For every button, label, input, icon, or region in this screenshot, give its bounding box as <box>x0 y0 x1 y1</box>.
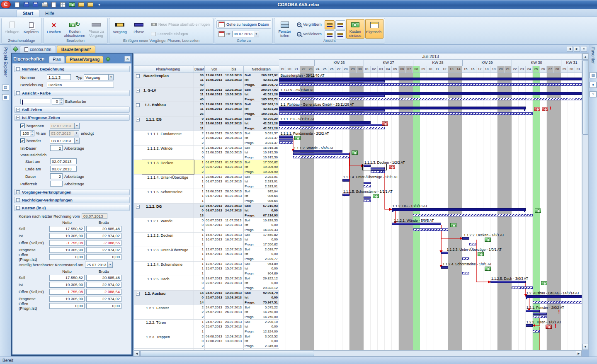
column-header-phase[interactable]: Phase/Vorgang <box>142 66 194 73</box>
prognose-bar[interactable] <box>512 286 533 289</box>
ribbon-tab-start[interactable]: Start <box>17 10 39 17</box>
zoom-out-button[interactable]: − Verkleinern <box>295 30 324 38</box>
beendet-date-select[interactable]: 03.07.2013 ▼ <box>50 138 80 144</box>
ende-am-field[interactable]: 03.07.2013 <box>50 166 77 172</box>
collapse-toggle[interactable]: − <box>136 118 140 121</box>
ist-bar[interactable] <box>279 80 385 83</box>
prognose-bar[interactable] <box>533 315 547 318</box>
close-panel-button[interactable]: ✕ <box>124 56 131 62</box>
vertical-scrollbar[interactable]: ▲ ▼ <box>582 53 589 350</box>
prognose-bar[interactable] <box>279 141 293 144</box>
ist-bar[interactable] <box>533 313 547 315</box>
table-row[interactable]: −1. G-LV39114019.06.201319.06.201312.08.… <box>134 87 279 102</box>
insert-vorgang-button[interactable]: Vorgang <box>111 19 129 39</box>
collapse-icon[interactable]: − <box>16 116 20 119</box>
table-row[interactable]: 1.1.2.3. Unter-/Überzüge11112.07.201315.… <box>134 247 279 262</box>
begonnen-date-select[interactable]: 02.07.2013 ▼ <box>50 123 80 129</box>
table-row[interactable]: −1.1.2. DG1301305.07.201308.07.201323.07… <box>134 204 279 218</box>
scroll-right-icon[interactable]: ▶ <box>576 351 582 356</box>
scroll-left-icon[interactable]: ◀ <box>134 351 140 356</box>
scroll-tabs-right-button[interactable]: ▶ <box>574 46 580 52</box>
notes-icon[interactable]: ▤ <box>590 72 597 78</box>
close-document-button[interactable]: ✕ <box>581 46 587 52</box>
prognose-bar[interactable] <box>462 257 469 260</box>
qat-save-button[interactable] <box>22 1 30 8</box>
prognose-bar[interactable] <box>533 301 582 303</box>
costs-toggle-button[interactable]: Kosten ein/aus <box>346 19 364 39</box>
table-row[interactable]: 1.1.2.4. Schornsteine11112.07.201315.07.… <box>134 262 279 276</box>
goto-date-select[interactable]: 08.07.2013 ▼ <box>232 31 259 37</box>
vertical-scrollbar-thumb[interactable] <box>582 60 588 135</box>
typ-select[interactable]: Vorgang ▼ <box>84 74 114 80</box>
goto-today-button[interactable]: Gehe zu heutigem Datum <box>216 20 271 29</box>
collapse-toggle[interactable]: − <box>136 89 140 92</box>
scroll-up-icon[interactable]: ▲ <box>582 53 588 60</box>
soll-bar[interactable] <box>392 208 526 211</box>
bookmark-icon[interactable]: ⬧ <box>590 82 597 88</box>
expand-icon[interactable]: + <box>16 190 20 194</box>
insert-phase-button[interactable]: Phase <box>130 19 148 39</box>
collapse-icon[interactable]: − <box>16 91 20 95</box>
copy-button[interactable]: Kopieren <box>22 19 40 39</box>
soll-bar[interactable] <box>279 92 582 95</box>
expand-icon[interactable]: + <box>16 198 20 202</box>
horizontal-scrollbar-thumb[interactable] <box>140 351 314 356</box>
qat-save-all-button[interactable] <box>32 1 39 8</box>
explorer-icon[interactable]: ▤ <box>2 85 9 91</box>
tab-cosoba-htm[interactable]: cosoba.htm <box>20 46 56 53</box>
prozent-date-select[interactable]: 03.07.2013 ▼ <box>49 130 79 136</box>
prognose-bar[interactable] <box>279 112 533 115</box>
table-row[interactable]: 1.1.1.1. Fundamente22219.06.201319.06.20… <box>134 131 279 146</box>
spin-down-icon[interactable]: ▼ <box>30 133 34 136</box>
dock-tab-projekt-explorer[interactable]: Projekt-Explorer <box>3 47 8 77</box>
begonnen-checkbox[interactable]: ✔ <box>20 124 25 128</box>
soll-bar[interactable] <box>279 121 371 124</box>
prognose-bar[interactable] <box>279 127 385 129</box>
table-row[interactable]: 1.1.1.4. Unter-/Überzüge11128.06.201301.… <box>134 175 279 189</box>
prognose-bar[interactable] <box>413 228 448 231</box>
anteilig-date-select[interactable]: 25.07.2013 ▼ <box>85 262 113 268</box>
pufferzeit-field[interactable] <box>50 181 63 187</box>
help-icon[interactable]: ? <box>590 91 597 97</box>
update-costs-button[interactable]: ↻ Kosten aktualisieren <box>64 19 85 39</box>
ist-bar[interactable] <box>364 197 371 199</box>
table-row[interactable]: −Bauzeitenplan39114019.06.201319.06.2013… <box>134 73 279 87</box>
dauer-field[interactable]: 2 <box>50 173 63 179</box>
collapse-icon[interactable]: − <box>16 206 20 210</box>
prognose-bar[interactable] <box>469 243 476 245</box>
column-header-bis[interactable]: bis <box>224 66 244 73</box>
prognose-bar[interactable] <box>364 185 371 187</box>
collapse-toggle[interactable]: − <box>136 292 140 296</box>
beendet-checkbox[interactable]: ✔ <box>20 138 25 143</box>
table-row[interactable]: 1.2.1. Fenster22224.07.201325.07.201325.… <box>134 305 279 320</box>
delete-button[interactable]: ✕ Löschen <box>45 19 63 39</box>
soll-bar[interactable] <box>279 78 582 80</box>
split-window-button[interactable]: Fenster teilen <box>276 19 294 39</box>
table-row[interactable]: 1.1.2.5. Dach30319.07.201322.07.201323.0… <box>134 276 279 291</box>
qat-export-button[interactable] <box>86 1 94 8</box>
prognose-bar[interactable] <box>279 98 582 100</box>
prozent-stepper[interactable]: 100 ▲▼ <box>20 130 34 136</box>
qat-new-button[interactable] <box>13 1 21 8</box>
table-row[interactable]: −1.2. Ausbau1401424.07.201325.07.201312.… <box>134 291 279 305</box>
nummer-field[interactable]: 1.1.1.3 <box>47 74 71 80</box>
tab-plan[interactable]: Plan <box>49 56 65 63</box>
ist-bar[interactable] <box>279 109 385 112</box>
prognose-bar[interactable] <box>371 170 385 173</box>
documents-icon[interactable]: ▦ <box>2 94 9 100</box>
phase-to-vorgang-button[interactable]: Phase zu Vorgang <box>86 19 106 39</box>
prognose-bar[interactable] <box>364 199 371 202</box>
bezeichnung-field[interactable]: Decken <box>47 82 114 87</box>
tab-phase-vorgang[interactable]: Phase/Vorgang <box>66 56 103 63</box>
app-logo-icon[interactable]: C <box>1 1 11 8</box>
prognose-bar[interactable] <box>413 214 533 216</box>
zoom-in-button[interactable]: + Vergrößern <box>295 20 324 29</box>
table-row[interactable]: −1.1. Rohbau25112619.06.201319.06.201323… <box>134 102 279 116</box>
qat-print-button[interactable] <box>41 1 49 8</box>
table-row[interactable]: 1.2.3. Treppen20209.08.201312.08.201312.… <box>134 334 279 349</box>
prognose-bar[interactable] <box>293 156 349 158</box>
navigate-icon[interactable] <box>105 56 111 62</box>
view-toggle-1-button[interactable] <box>325 20 335 29</box>
tab-bauzeitenplan[interactable]: Bauzeitenplan* <box>57 46 96 53</box>
qat-open-button[interactable] <box>77 1 85 8</box>
